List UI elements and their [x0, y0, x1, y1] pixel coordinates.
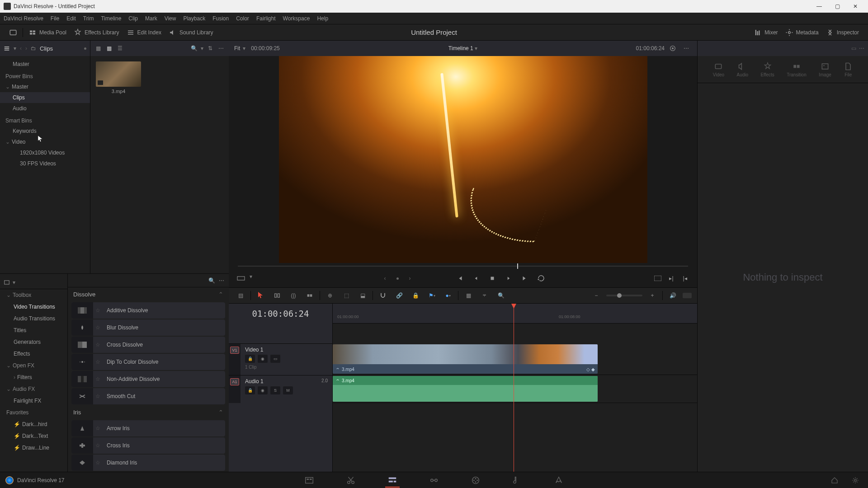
- go-start-icon[interactable]: [455, 273, 465, 283]
- play-icon[interactable]: [504, 273, 514, 283]
- fx-diamond-iris[interactable]: ☆Diamond Iris: [71, 455, 225, 471]
- in-out-icon[interactable]: [236, 273, 246, 283]
- menu-fusion[interactable]: Fusion: [212, 15, 229, 22]
- go-end-icon[interactable]: [520, 273, 530, 283]
- menu-timeline[interactable]: Timeline: [101, 15, 121, 22]
- list-view-icon[interactable]: ☰: [116, 44, 124, 52]
- snap-icon[interactable]: [377, 289, 389, 302]
- chevron-down-icon[interactable]: ▾: [243, 45, 245, 52]
- page-fairlight[interactable]: [510, 473, 524, 488]
- selection-tool-icon[interactable]: [255, 289, 267, 302]
- menu-workspace[interactable]: Workspace: [283, 15, 310, 22]
- nav-back-icon[interactable]: ‹: [20, 45, 22, 52]
- thumb-view-icon[interactable]: ▦: [105, 44, 113, 52]
- minimize-button[interactable]: —: [810, 0, 828, 13]
- timeline-timecode[interactable]: 01:00:06:24: [229, 304, 332, 324]
- menu-fairlight[interactable]: Fairlight: [256, 15, 276, 22]
- fx-titles[interactable]: Titles: [0, 324, 67, 336]
- fx-smooth-cut[interactable]: ☆Smooth Cut: [71, 388, 225, 404]
- zoom-in-icon[interactable]: +: [646, 289, 659, 302]
- fx-filters[interactable]: ›Filters: [0, 371, 67, 383]
- menu-file[interactable]: File: [51, 15, 59, 22]
- flag-icon[interactable]: ⚑▾: [425, 289, 438, 302]
- stop-icon[interactable]: [487, 273, 497, 283]
- smart-1920[interactable]: 868x488 Videos: [0, 147, 90, 158]
- track-mute-button[interactable]: M: [283, 386, 293, 394]
- nav-prev-icon[interactable]: ‹: [380, 273, 390, 283]
- loop-icon[interactable]: [536, 273, 546, 283]
- metadata-button[interactable]: Metadata: [782, 27, 822, 38]
- search-timeline-icon[interactable]: 🔍: [495, 289, 507, 302]
- audio-track-tag[interactable]: A1: [230, 378, 239, 385]
- page-deliver[interactable]: [552, 473, 566, 488]
- video-track-header[interactable]: V1 Video 1 🔒 ◉ ▭ 1 Clip: [229, 343, 332, 375]
- fav-2[interactable]: ⚡Dark...Text: [0, 430, 67, 442]
- settings-button[interactable]: [848, 473, 863, 488]
- viewer[interactable]: [229, 56, 697, 263]
- chevron-down-icon[interactable]: ▾: [13, 279, 15, 286]
- timeline-ruler[interactable]: 01:00:00:00 01:00:08:00: [333, 304, 697, 324]
- menu-help[interactable]: Help: [317, 15, 328, 22]
- page-fusion[interactable]: [427, 473, 441, 488]
- audio-clip[interactable]: 3.mp4: [333, 376, 598, 402]
- page-media[interactable]: [302, 473, 316, 488]
- bypass-icon[interactable]: [667, 43, 678, 54]
- smart-30fps[interactable]: 30 FPS Videos: [0, 158, 90, 169]
- media-pool-button[interactable]: Media Pool: [25, 27, 70, 38]
- bin-list-icon[interactable]: [4, 45, 10, 52]
- menu-playback[interactable]: Playback: [183, 15, 205, 22]
- menu-edit[interactable]: Edit: [66, 15, 76, 22]
- layout-button[interactable]: [5, 27, 21, 38]
- match-frame-icon[interactable]: [653, 273, 663, 283]
- fav-1[interactable]: ⚡Dark...hird: [0, 418, 67, 430]
- timeline-view-icon[interactable]: ▤: [234, 289, 247, 302]
- fx-additive-dissolve[interactable]: ☆Additive Dissolve: [71, 302, 225, 319]
- trim-tool-icon[interactable]: [271, 289, 283, 302]
- next-edit-icon[interactable]: ▸|: [666, 273, 676, 283]
- lock-icon[interactable]: 🔒: [409, 289, 422, 302]
- marker-icon[interactable]: ●▾: [442, 289, 454, 302]
- maximize-button[interactable]: ▢: [828, 0, 846, 13]
- close-button[interactable]: ✕: [846, 0, 864, 13]
- playhead[interactable]: [514, 304, 514, 472]
- fx-cross-iris[interactable]: ☆Cross Iris: [71, 437, 225, 454]
- menu-clip[interactable]: Clip: [128, 15, 138, 22]
- page-cut[interactable]: [344, 473, 358, 488]
- smart-video[interactable]: ⌄Video: [0, 136, 90, 147]
- power-master[interactable]: ⌄Master: [0, 81, 90, 92]
- smart-keywords[interactable]: Keywords: [0, 126, 90, 136]
- inspector-tab-audio[interactable]: Audio: [736, 62, 748, 77]
- metadata-view-icon[interactable]: ▦: [94, 44, 102, 52]
- zoom-out-icon[interactable]: −: [590, 289, 603, 302]
- fav-3[interactable]: ⚡Draw...Line: [0, 442, 67, 454]
- timeline-name[interactable]: Timeline 1 ▾: [448, 45, 477, 52]
- inspector-tab-video[interactable]: Video: [713, 62, 724, 77]
- power-clips[interactable]: Clips: [0, 92, 90, 103]
- power-audio[interactable]: Audio: [0, 103, 90, 114]
- menu-davinci[interactable]: DaVinci Resolve: [4, 15, 43, 22]
- timeline-tracks[interactable]: 01:00:00:00 01:00:08:00 3.mp4◇ ◆ 3.mp4: [333, 304, 697, 472]
- video-clip[interactable]: 3.mp4◇ ◆: [333, 344, 598, 374]
- blade-tool-icon[interactable]: [303, 289, 316, 302]
- menu-trim[interactable]: Trim: [83, 15, 94, 22]
- track-thumb-icon[interactable]: ▭: [270, 355, 280, 363]
- inspector-tab-file[interactable]: File: [844, 62, 853, 77]
- fx-blur-dissolve[interactable]: ☆Blur Dissolve: [71, 319, 225, 336]
- effects-library-button[interactable]: Effects Library: [70, 27, 123, 38]
- fx-openfx[interactable]: ⌄Open FX: [0, 360, 67, 371]
- viewer-scrubber[interactable]: [238, 263, 688, 269]
- menu-mark[interactable]: Mark: [145, 15, 157, 22]
- overwrite-clip-icon[interactable]: ⬚: [340, 289, 353, 302]
- sound-library-button[interactable]: Sound Library: [165, 27, 217, 38]
- page-edit[interactable]: [385, 473, 400, 488]
- fx-panel-icon[interactable]: [4, 279, 10, 286]
- fx-group-iris[interactable]: Iris⌃: [68, 405, 229, 419]
- volume-icon[interactable]: 🔊: [666, 289, 679, 302]
- track-enable-icon[interactable]: ◉: [258, 386, 268, 394]
- fx-non-additive[interactable]: ☆Non-Additive Dissolve: [71, 371, 225, 387]
- track-lock-icon[interactable]: 🔒: [245, 386, 255, 394]
- insert-clip-icon[interactable]: ⊕: [324, 289, 336, 302]
- bin-master[interactable]: Master: [0, 59, 90, 70]
- timeline-opts-icon[interactable]: ▦: [462, 289, 475, 302]
- fx-search-icon[interactable]: 🔍: [208, 277, 215, 284]
